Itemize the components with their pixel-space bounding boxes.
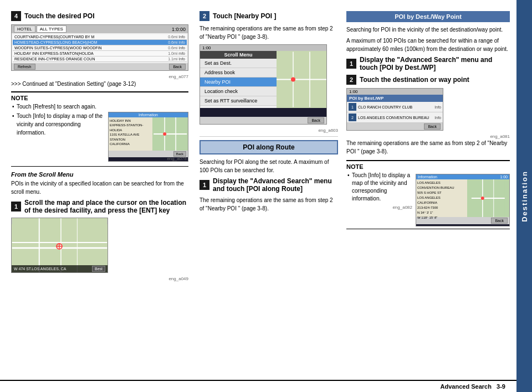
refresh-button[interactable]: Refresh (14, 64, 35, 70)
step2-badge: 2 (200, 11, 209, 21)
sm-content: Scroll Menu Set as Dest. Address book Ne… (200, 51, 326, 108)
step1-along-header: 1 Display the "Advanced Search" menu and… (200, 177, 338, 193)
step1-dest-title: Display the "Advanced Search" menu and t… (360, 56, 510, 71)
sm-header: 1:00 (200, 45, 326, 51)
poi-dest-desc1: Searching for POI in the vicinity of the… (346, 25, 510, 34)
screen-body: COURTYARD-CYPRESS(COURTYARD BY M 0.6mi I… (12, 33, 188, 63)
row-text: HOMESTEAD-CYPRESS(LONG BEACH)(HOM (14, 40, 166, 44)
svg-point-18 (291, 78, 295, 82)
table-row[interactable]: 1 CLO RANCH COUNTRY CLUB Info (347, 102, 443, 112)
destination-tab: Destination (516, 0, 532, 392)
note-right-title: NOTE (346, 163, 510, 170)
table-row[interactable]: 2 LOS ANGELES CONVENTION BUREAU Info (347, 112, 443, 123)
screen-footer: Refresh Back (12, 63, 188, 70)
info-box-label: eng_a078 (167, 156, 187, 161)
row-info[interactable]: Info (178, 46, 185, 50)
sm-item-location-check[interactable]: Location check (200, 87, 277, 96)
row-dist: 0.6mi (168, 40, 177, 44)
step2-dest-header: 2 Touch the destination or way point (346, 75, 510, 85)
map-screen: 1:0:00 R (11, 218, 108, 273)
step2-dest-badge: 2 (346, 75, 356, 85)
table-row[interactable]: HOLIDAY INN EXPRESS-STANTON(HOLIDA 1.0mi… (13, 51, 187, 56)
scroll-menu-title: From the Scroll Menu (11, 171, 188, 178)
dest-name: LOS ANGELES CONVENTION BUREAU (358, 116, 434, 120)
ibr-list-item: 213-624-7300 (417, 205, 466, 210)
step1-dest-header: 1 Display the "Advanced Search" menu and… (346, 56, 510, 71)
separator-1 (200, 136, 338, 137)
note-title: NOTE (11, 95, 188, 101)
ibr-list-item: N 34° 3' 1" (417, 210, 466, 215)
step4-badge: 4 (11, 11, 21, 21)
row-text: RESIDENCE INN-CYPRESS ORANGE COUN (14, 57, 166, 61)
dest-info[interactable]: Info (434, 105, 441, 109)
screen-tabs: HOTEL ALL TYPES (14, 25, 66, 33)
dest-screen-time: 1:00 (349, 89, 358, 94)
step1-scroll-header: 1 Scroll the map and place the cursor on… (11, 199, 188, 214)
after-step2-text: The remaining operations are the same as… (346, 139, 510, 156)
left-column: 4 Touch the desired POI HOTEL ALL TYPES … (11, 11, 200, 381)
dest-screen-title: POI by Best./WP (347, 95, 443, 102)
row-info[interactable]: Info (178, 35, 185, 39)
sm-footer: Back (200, 117, 326, 124)
map-footer-bar: W 474 ST.LOS ANGELES, CA Best (12, 265, 108, 272)
map-overlay (12, 218, 108, 272)
row-info[interactable]: mfo (178, 51, 185, 55)
ibr-list-item: W 118° 15' 8" (417, 215, 466, 220)
table-row[interactable]: WOODFIN SUITES-CYPRESS(WOOD WOODFIN 0.6m… (13, 45, 187, 51)
poi-along-box: POI along Route (200, 140, 338, 154)
step2-description: The remaining operations are the same as… (200, 24, 338, 41)
row-number: 1 (349, 103, 356, 111)
page-container: 4 Touch the desired POI HOTEL ALL TYPES … (0, 0, 532, 392)
mid-column: 2 Touch [Nearby POI ] The remaining oper… (200, 11, 346, 381)
table-row[interactable]: HOMESTEAD-CYPRESS(LONG BEACH)(HOM 0.6mi … (13, 40, 187, 45)
sm-item-address-book[interactable]: Address book (200, 68, 277, 78)
row-dist: 0.6mi (168, 46, 177, 50)
table-row[interactable]: RESIDENCE INN-CYPRESS ORANGE COUN 1.1mi … (13, 56, 187, 62)
step1-scroll-badge: 1 (11, 202, 21, 212)
row-info[interactable]: Info (178, 57, 185, 61)
row-text: COURTYARD-CYPRESS(COURTYARD BY M (14, 35, 166, 39)
dest-back-button[interactable]: Back (424, 123, 441, 130)
note-right-section: NOTE Information 1:00 LOS ANGELES CONVEN… (346, 160, 510, 229)
step2-dest-title: Touch the destination or way point (360, 76, 469, 84)
sm-map-panel (277, 51, 326, 108)
tab-hotel[interactable]: HOTEL (14, 25, 35, 33)
map-address: W 474 ST.LOS ANGELES, CA (14, 267, 66, 271)
note-item-info: Touch [Info] to display a map of the vic… (11, 112, 188, 137)
dest-screen-label: eng_a081 (346, 134, 510, 139)
scroll-menu-text: POIs in the vicinity of a specified loca… (11, 179, 188, 196)
right-column: POI by Dest./Way Point Searching for POI… (346, 11, 510, 381)
table-row[interactable]: COURTYARD-CYPRESS(COURTYARD BY M 0.6mi I… (13, 34, 187, 40)
row-info[interactable]: Info (178, 40, 185, 44)
row-dist: 1.1mi (168, 57, 177, 61)
poi-dest-desc2: A maximum of 100 POIs can be searched fo… (346, 37, 510, 53)
note-right-item: Touch [Info] to display a map of the vic… (346, 172, 510, 203)
sm-back-button[interactable]: Back (308, 117, 324, 123)
tab-all-types[interactable]: ALL TYPES (37, 25, 66, 33)
sm-title: Scroll Menu (200, 51, 277, 59)
sm-time: 1:00 (202, 45, 211, 50)
note-section: NOTE Touch [Refresh] to search again. In… (11, 91, 188, 167)
dest-info[interactable]: Info (434, 116, 441, 120)
sm-menu-panel: Scroll Menu Set as Dest. Address book Ne… (200, 51, 277, 108)
map-best-button[interactable]: Best (92, 266, 105, 272)
ibr-back-button[interactable]: Back (491, 218, 508, 224)
row-dist: 1.0mi (168, 51, 177, 55)
step1-scroll-title: Scroll the map and place the cursor on t… (24, 199, 188, 214)
step2-title: Touch [Nearby POI ] (213, 12, 276, 20)
back-button[interactable]: Back (169, 64, 186, 70)
row-text: HOLIDAY INN EXPRESS-STANTON(HOLIDA (14, 51, 166, 55)
sm-screen-label: eng_a603 (200, 128, 338, 133)
sm-item-nearby-poi[interactable]: Nearby POI (200, 78, 277, 87)
info-list-item: STANTON (110, 137, 151, 142)
step1-dest-badge: 1 (346, 59, 356, 69)
scroll-menu-screen: 1:00 Scroll Menu Set as Dest. Address bo… (200, 44, 327, 125)
dest-footer: Back (347, 123, 443, 130)
page-footer: Advanced Search 3-9 (0, 380, 516, 392)
info-list-item: CALIFORNIA (110, 142, 151, 146)
poi-list-screen: HOTEL ALL TYPES 1:0:00 COURTYARD-CYPRESS… (11, 24, 188, 71)
sm-item-rtt[interactable]: Set as RTT surveillance (200, 96, 277, 106)
dest-screen-header: 1:00 (347, 89, 443, 95)
step1-along-badge: 1 (200, 180, 209, 190)
sm-item-set-dest[interactable]: Set as Dest. (200, 59, 277, 68)
